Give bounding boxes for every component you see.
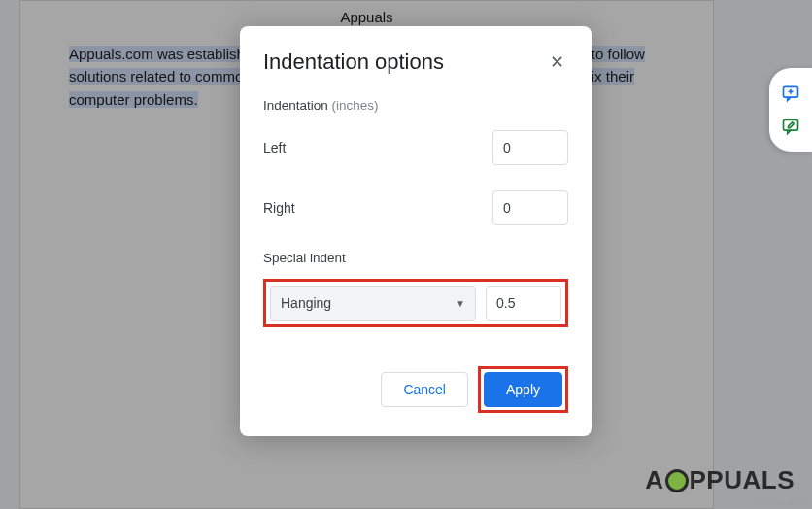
- suggest-edit-icon[interactable]: [781, 117, 800, 136]
- appuals-logo: A PPUALS: [645, 465, 795, 495]
- right-indent-row: Right: [263, 190, 568, 225]
- right-indent-label: Right: [263, 200, 295, 216]
- special-indent-label: Special indent: [263, 251, 568, 265]
- apply-button-highlight: Apply: [478, 366, 568, 413]
- add-comment-icon[interactable]: [781, 84, 800, 103]
- logo-text-pre: A: [645, 465, 663, 495]
- apply-button[interactable]: Apply: [484, 372, 562, 407]
- cancel-button[interactable]: Cancel: [381, 372, 468, 407]
- indentation-label-text: Indentation: [263, 98, 328, 113]
- watermark-text: wsxdn.com: [758, 496, 806, 507]
- right-indent-input[interactable]: [492, 190, 568, 225]
- logo-text-post: PPUALS: [690, 465, 795, 495]
- indentation-section-label: Indentation (inches): [263, 98, 568, 113]
- svg-rect-3: [784, 119, 798, 130]
- dialog-header: Indentation options ✕: [263, 50, 568, 75]
- left-indent-row: Left: [263, 130, 568, 165]
- chevron-down-icon: ▼: [456, 298, 465, 309]
- special-indent-highlight: Hanging ▼: [263, 279, 568, 327]
- special-indent-input[interactable]: [486, 286, 561, 321]
- dialog-title: Indentation options: [263, 50, 444, 75]
- comment-toolbar: [769, 68, 812, 152]
- logo-face-icon: [665, 469, 689, 492]
- close-icon[interactable]: ✕: [546, 50, 568, 75]
- left-indent-label: Left: [263, 140, 286, 155]
- indentation-dialog: Indentation options ✕ Indentation (inche…: [240, 26, 592, 436]
- special-indent-select[interactable]: Hanging ▼: [270, 286, 476, 321]
- indentation-hint: (inches): [332, 98, 379, 113]
- left-indent-input[interactable]: [492, 130, 568, 165]
- special-indent-select-value: Hanging: [281, 295, 331, 311]
- dialog-footer: Cancel Apply: [263, 366, 568, 413]
